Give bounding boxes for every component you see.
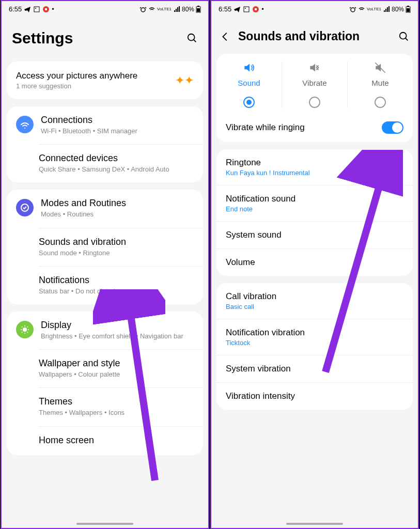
setting-title: Display (41, 320, 183, 331)
red-circle-icon (42, 6, 50, 13)
search-icon[interactable] (186, 33, 198, 44)
search-icon[interactable] (398, 31, 410, 42)
svg-rect-6 (197, 8, 200, 12)
setting-modes-and-routines[interactable]: Modes and RoutinesModes • Routines (7, 190, 203, 227)
setting-sub: Wi-Fi • Bluetooth • SIM manager (41, 127, 137, 136)
vibrate-while-ringing-row[interactable]: Vibrate while ringing (216, 113, 413, 142)
item-title: System sound (226, 230, 282, 240)
setting-wallpaper-and-style[interactable]: Wallpaper and styleWallpapers • Colour p… (39, 349, 203, 387)
wifi-icon (148, 6, 155, 13)
setting-title: Sounds and vibration (39, 237, 126, 247)
svg-rect-21 (255, 8, 257, 10)
suggestion-title: Access your pictures anywhere (16, 71, 137, 81)
item-call-vibration[interactable]: Call vibrationBasic call (216, 283, 413, 319)
item-title: Notification sound (226, 194, 295, 204)
suggestion-sub: 1 more suggestion (16, 82, 137, 90)
item-title: Ringtone (226, 158, 310, 168)
svg-rect-18 (244, 7, 249, 12)
sound-mode-selector: Sound Vibrate Mute (216, 54, 413, 113)
radio-vibrate[interactable] (309, 97, 320, 108)
signal-icon (383, 6, 390, 13)
signal-icon (173, 6, 180, 13)
svg-rect-24 (407, 8, 410, 12)
svg-rect-3 (45, 8, 47, 10)
setting-sub: Themes • Wallpapers • Icons (39, 408, 125, 417)
status-time: 6:55 (9, 5, 22, 13)
mode-sound[interactable]: Sound (216, 61, 282, 108)
svg-point-4 (141, 8, 145, 12)
setting-title: Themes (39, 396, 125, 407)
battery-text: 80% (392, 6, 404, 13)
item-ringtone[interactable]: RingtoneKun Faya kun ! Instrumental (216, 149, 413, 185)
vibrate-ringing-toggle[interactable] (382, 121, 403, 134)
setting-sub: Brightness • Eye comfort shield • Naviga… (41, 332, 183, 341)
status-bar: 6:55 • VoLTE1 80% (2, 1, 208, 17)
mode-mute[interactable]: Mute (347, 61, 413, 108)
svg-point-19 (245, 8, 246, 9)
setting-sub: Quick Share • Samsung DeX • Android Auto (39, 165, 169, 174)
svg-point-1 (35, 8, 36, 9)
page-title: Sounds and vibration (238, 29, 391, 43)
item-sub: Kun Faya kun ! Instrumental (226, 169, 310, 177)
setting-sub: Modes • Routines (41, 210, 126, 219)
alarm-icon (349, 6, 356, 13)
setting-display[interactable]: DisplayBrightness • Eye comfort shield •… (7, 312, 203, 349)
radio-sound[interactable] (243, 97, 255, 108)
sounds-screen: 6:55 • VoLTE1 80% Sounds and vibration S… (210, 0, 419, 529)
setting-themes[interactable]: ThemesThemes • Wallpapers • Icons (39, 387, 203, 426)
routine-icon (16, 199, 34, 216)
setting-notifications[interactable]: NotificationsStatus bar • Do not disturb (39, 266, 203, 304)
wifi-icon (358, 6, 365, 13)
suggestion-card[interactable]: Access your pictures anywhere 1 more sug… (7, 61, 203, 99)
setting-home-screen[interactable]: Home screen (39, 426, 203, 455)
setting-title: Modes and Routines (41, 198, 126, 209)
item-sub: Basic call (226, 303, 276, 310)
setting-connections[interactable]: ConnectionsWi-Fi • Bluetooth • SIM manag… (7, 106, 203, 144)
setting-title: Notifications (39, 275, 117, 286)
image-icon (33, 6, 40, 13)
item-notification-vibration[interactable]: Notification vibrationTicktock (216, 319, 413, 355)
setting-connected-devices[interactable]: Connected devicesQuick Share • Samsung D… (39, 144, 203, 182)
mute-icon (374, 61, 387, 74)
network-label: VoLTE1 (157, 7, 172, 11)
battery-icon (196, 6, 201, 13)
telegram-icon (234, 6, 241, 13)
item-volume[interactable]: Volume (216, 248, 413, 276)
alarm-icon (139, 6, 147, 13)
svg-point-14 (23, 328, 27, 332)
image-icon (243, 6, 250, 13)
item-title: System vibration (226, 364, 291, 374)
sparkle-icon: ✦✦ (175, 74, 194, 87)
status-time: 6:55 (219, 5, 231, 13)
svg-point-22 (351, 8, 355, 12)
dot-icon: • (52, 5, 54, 13)
back-icon[interactable] (220, 31, 231, 42)
svg-point-26 (400, 32, 407, 39)
setting-title: Wallpaper and style (39, 358, 120, 369)
item-title: Notification vibration (226, 328, 305, 338)
item-vibration-intensity[interactable]: Vibration intensity (216, 382, 413, 410)
setting-title: Connected devices (39, 153, 169, 164)
dot-icon: • (261, 5, 264, 13)
setting-sounds-and-vibration[interactable]: Sounds and vibrationSound mode • Rington… (39, 228, 203, 266)
nav-handle[interactable] (286, 523, 343, 525)
mode-vibrate[interactable]: Vibrate (282, 61, 347, 108)
nav-handle[interactable] (76, 523, 133, 525)
item-system-vibration[interactable]: System vibration (216, 355, 413, 382)
battery-text: 80% (182, 6, 194, 13)
settings-screen: 6:55 • VoLTE1 80% Settings Access your p… (1, 0, 209, 529)
item-sub: End note (226, 205, 295, 213)
setting-sub: Wallpapers • Colour palette (39, 370, 120, 379)
battery-icon (406, 6, 411, 13)
radio-mute[interactable] (375, 97, 386, 108)
svg-point-8 (188, 34, 195, 41)
item-system-sound[interactable]: System sound (216, 221, 413, 248)
item-notification-sound[interactable]: Notification soundEnd note (216, 185, 413, 221)
vibrate-icon (308, 61, 321, 74)
svg-rect-0 (34, 7, 39, 12)
setting-title: Home screen (39, 435, 94, 446)
setting-sub: Sound mode • Ringtone (39, 248, 126, 258)
network-label: VoLTE1 (367, 7, 381, 11)
setting-sub: Status bar • Do not disturb (39, 287, 117, 296)
svg-rect-7 (197, 6, 199, 7)
